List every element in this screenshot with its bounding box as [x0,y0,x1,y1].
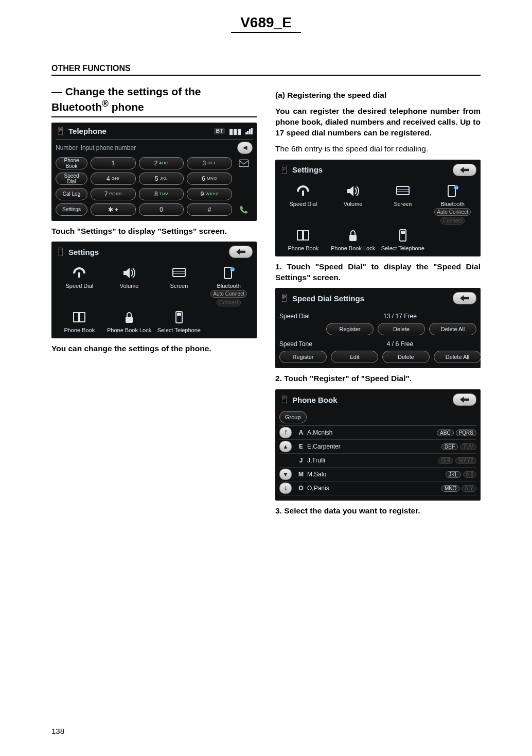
delete-button[interactable]: Delete [378,323,425,335]
screen-icon [394,183,412,199]
keypad-6[interactable]: 6MNO [187,173,232,185]
alpha-jump-PQRS[interactable]: PQRS [456,429,476,436]
settings-cell-bluetooth[interactable]: BTBluetoothAuto ConnectConnect [429,183,476,225]
register-button[interactable]: Register [279,351,327,363]
settings-cell-label: Speed Dial [279,201,327,207]
settings-cell-label: Screen [379,201,427,207]
contact-name: M,Salo [307,471,430,478]
number-label: Number [56,144,78,151]
back-button[interactable] [453,292,476,304]
side-button-speed-dial[interactable]: Speed Dial [56,173,87,185]
delete-all-button[interactable]: Delete All [434,351,481,363]
phone-book-row[interactable]: ⤓OO,PanisMNOA-Y [279,482,476,495]
pb-title-icon: 📱 [279,395,289,404]
section-header: OTHER FUNCTIONS [51,64,481,76]
index-letter: O [295,485,307,492]
alpha-jump-DEF[interactable]: DEF [441,443,458,450]
side-button-cal-log[interactable]: Cal Log [56,188,87,200]
call-icon[interactable] [235,205,253,214]
alpha-jump-JKL[interactable]: JKL [446,471,460,478]
lock-icon [344,228,362,243]
settings-title: Settings [292,165,323,174]
keypad-5[interactable]: 5JKL [139,173,184,185]
auto-connect-pill[interactable]: Auto Connect [434,208,471,216]
register-button[interactable]: Register [326,323,374,335]
settings-cell-bluetooth[interactable]: BTBluetoothAuto ConnectConnect [205,265,253,306]
settings-cell-label: Phone Book [56,327,103,333]
phone-book-row[interactable]: ▲EE,CarpenterDEFTUV [279,440,476,454]
settings-cell-phone-book[interactable]: Phone Book [56,310,103,333]
settings-cell-phone-book[interactable]: Phone Book [279,228,327,251]
number-input[interactable]: Input phone number [81,144,234,151]
settings-cell-label: Speed Dial [56,283,103,289]
scroll-button[interactable]: ⤓ [279,483,292,494]
phone-book-screenshot: 📱 Phone Book Group ⤒AA,McnishABCPQRS▲EE,… [275,389,481,501]
phone-book-row[interactable]: ⤒AA,McnishABCPQRS [279,426,476,440]
keypad-4[interactable]: 4GHI [91,173,136,185]
settings-cell-select-telephone[interactable]: Select Telephone [379,228,427,251]
settings-cell-volume[interactable]: Volume [329,183,377,225]
keypad-2[interactable]: 2ABC [139,157,184,169]
settings-screenshot-left: 📱 Settings Speed DialVolumeScreenBTBluet… [51,242,257,338]
index-letter: J [295,457,307,464]
back-button[interactable] [453,393,476,406]
backspace-button[interactable]: ◀ [237,142,253,154]
svg-rect-20 [401,231,405,234]
settings-cell-phone-book-lock[interactable]: Phone Book Lock [329,228,377,251]
edit-button[interactable]: Edit [331,351,378,363]
delete-button[interactable]: Delete [382,351,430,363]
alpha-jump-0-9: 0-9 [463,471,476,478]
step-2: 2. Touch "Register" of "Speed Dial". [275,373,481,384]
back-button[interactable] [229,246,253,258]
svg-rect-11 [302,191,304,196]
settings-cell-speed-dial[interactable]: Speed Dial [279,183,327,225]
sds-row-meta: 13 / 17 Free [324,313,476,320]
scroll-button[interactable]: ▲ [279,441,292,452]
settings-cell-screen[interactable]: Screen [379,183,427,225]
keypad-8[interactable]: 8TUV [139,188,184,200]
group-tab[interactable]: Group [279,411,307,423]
scroll-button[interactable]: ▼ [279,469,292,480]
back-button[interactable] [453,164,476,176]
settings-cell-phone-book-lock[interactable]: Phone Book Lock [105,310,153,333]
keypad-✱+[interactable]: ✱ + [91,203,136,216]
settings-cell-label: Phone Book Lock [105,327,153,333]
message-icon[interactable] [235,159,253,168]
settings-cell-screen[interactable]: Screen [155,265,203,306]
auto-connect-pill[interactable]: Auto Connect [210,290,247,298]
keypad-3[interactable]: 3DEF [187,157,232,169]
scroll-button[interactable]: ⤒ [279,427,292,438]
settings-cell-volume[interactable]: Volume [105,265,153,306]
keypad-7[interactable]: 7PQRS [91,188,136,200]
phone-book-row[interactable]: ▼MM,SaloJKL0-9 [279,468,476,482]
volume-icon [344,183,362,199]
bluetooth-icon: BT [444,183,462,199]
keypad-#[interactable]: # [187,203,232,216]
alpha-jump-ABC[interactable]: ABC [437,429,454,436]
alpha-jump-TUV: TUV [460,443,476,450]
alpha-jump-MNO[interactable]: MNO [441,485,459,492]
sds-row-label: Speed Dial [279,313,320,320]
settings-cell-label: Screen [155,283,203,289]
keypad-1[interactable]: 1 [91,157,136,169]
keypad-0[interactable]: 0 [139,203,184,216]
settings-cell-label: Select Telephone [155,327,203,333]
telephone-screenshot: 📱 Telephone BT ▮▮▮ Number Input phone nu… [51,123,257,221]
connect-pill: Connect [440,217,465,225]
subheading-register-speed-dial: (a) Registering the speed dial [275,90,481,101]
instruction-can-change: You can change the settings of the phone… [51,343,257,354]
settings-cell-speed-dial[interactable]: Speed Dial [56,265,103,306]
speed-dial-icon [294,183,312,199]
delete-all-button[interactable]: Delete All [429,323,476,335]
side-button-phone-book[interactable]: Phone Book [56,157,87,169]
phone-icon: 📱 [56,127,65,136]
right-column: (a) Registering the speed dial You can r… [275,85,481,522]
side-button-settings[interactable]: Settings [56,203,87,216]
left-column: — Change the settings of the Bluetooth® … [51,85,257,522]
settings-cell-select-telephone[interactable]: Select Telephone [155,310,203,333]
keypad-9[interactable]: 9WXYZ [187,188,232,200]
settings-cell-label: Volume [329,201,377,207]
phone-book-row[interactable]: JJ,TrulliGHIWXYZ [279,454,476,468]
screen-icon [170,265,188,281]
index-letter: M [295,471,307,478]
